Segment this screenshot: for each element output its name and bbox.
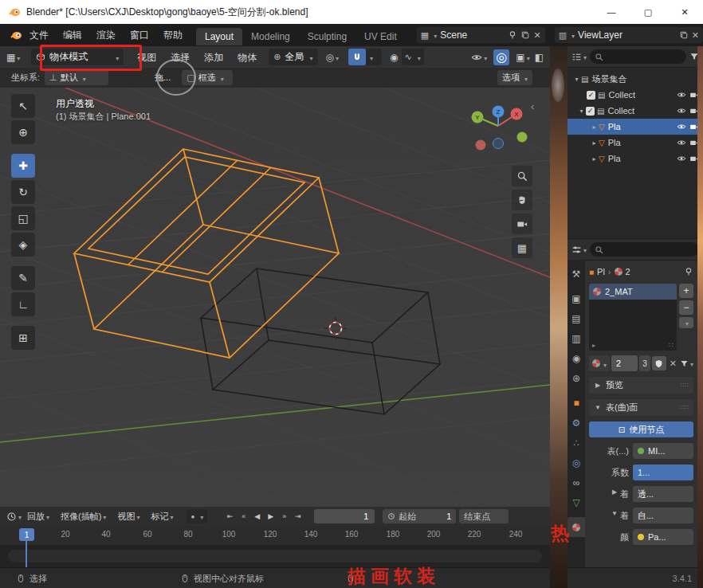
- tab-world[interactable]: ⊛: [568, 368, 585, 388]
- proportional-edit-toggle[interactable]: ◉: [390, 52, 398, 63]
- auto-key-toggle[interactable]: ●: [187, 509, 207, 523]
- orientation-dropdown[interactable]: ⊕ 全局: [269, 49, 317, 65]
- editor-type-icon[interactable]: [6, 511, 22, 522]
- workspace-tab-modeling[interactable]: Modeling: [242, 28, 299, 45]
- remove-slot-button[interactable]: −: [679, 300, 693, 315]
- frame-end-field[interactable]: 结束点: [459, 509, 509, 523]
- collection-checkbox[interactable]: [587, 91, 595, 100]
- playhead[interactable]: 1: [19, 528, 34, 541]
- current-frame-field[interactable]: 1: [314, 509, 375, 523]
- menu-help[interactable]: 帮助: [156, 24, 190, 46]
- tab-tool[interactable]: ⚒: [568, 264, 585, 284]
- workspace-tab-layout[interactable]: Layout: [196, 28, 242, 45]
- close-button[interactable]: ✕: [666, 0, 703, 24]
- color-value-dropdown[interactable]: Pa...: [633, 529, 693, 545]
- tab-view-layer[interactable]: ▥: [568, 328, 585, 348]
- tool-annotate[interactable]: ✎: [11, 266, 35, 290]
- use-nodes-button[interactable]: ⊡ 使用节点: [589, 421, 693, 437]
- expand-icon[interactable]: ▶: [611, 488, 619, 500]
- filter-icon[interactable]: [680, 358, 693, 369]
- editor-type-icon[interactable]: ▦: [6, 52, 20, 63]
- minimize-button[interactable]: —: [593, 0, 630, 24]
- timeline-channels[interactable]: [0, 545, 550, 567]
- pivot-dropdown[interactable]: ◎: [326, 52, 340, 63]
- tab-output[interactable]: ▤: [568, 308, 585, 328]
- unlink-icon[interactable]: ✕: [692, 30, 699, 41]
- tool-move[interactable]: ✚: [11, 154, 35, 178]
- copy-icon[interactable]: [679, 30, 689, 40]
- jump-end-button[interactable]: ⇥: [291, 510, 304, 523]
- outliner-row-collection[interactable]: ▾ ▤ Collect: [568, 103, 703, 119]
- material-slot-active[interactable]: 2_MAT: [589, 284, 677, 300]
- tab-particles[interactable]: ∴: [568, 433, 585, 453]
- menu-marker[interactable]: 标记: [145, 511, 179, 523]
- workspace-tab-sculpting[interactable]: Sculpting: [299, 28, 355, 45]
- add-slot-button[interactable]: +: [679, 284, 693, 298]
- options-dropdown[interactable]: 选项: [497, 70, 532, 85]
- playhead-line[interactable]: [26, 541, 27, 567]
- wireframe-selected-object[interactable]: [74, 149, 339, 358]
- fake-user-toggle[interactable]: [652, 356, 666, 370]
- expand-icon[interactable]: ▸: [590, 155, 599, 163]
- navigation-gizmo[interactable]: Z X Y: [466, 100, 534, 157]
- shader-value-dropdown[interactable]: 透...: [633, 486, 693, 502]
- play-reverse-button[interactable]: ◀: [250, 510, 264, 523]
- gizmo-neg-y-ball[interactable]: [517, 132, 528, 143]
- camera-view-button[interactable]: [512, 214, 532, 234]
- hide-eye-icon[interactable]: [677, 138, 686, 147]
- falloff-dropdown[interactable]: ∿: [402, 49, 424, 65]
- tab-scene[interactable]: ◉: [568, 348, 585, 368]
- menu-window[interactable]: 窗口: [123, 24, 156, 46]
- editor-type-icon[interactable]: [571, 244, 587, 255]
- pin-icon[interactable]: [684, 267, 693, 276]
- copy-icon[interactable]: [520, 30, 530, 40]
- expand-icon[interactable]: [592, 342, 595, 349]
- menu-edit[interactable]: 编辑: [56, 24, 89, 46]
- menu-object[interactable]: 物体: [230, 46, 264, 69]
- editor-type-icon[interactable]: [571, 51, 587, 62]
- viewlayer-selector[interactable]: ▥ ViewLayer ✕: [555, 27, 703, 43]
- collapse-chevron-icon[interactable]: [531, 99, 534, 113]
- menu-view[interactable]: 视图: [112, 511, 145, 523]
- tab-constraints[interactable]: ∞: [568, 472, 585, 492]
- material-name-field[interactable]: 2: [611, 355, 638, 371]
- hide-eye-icon[interactable]: [677, 122, 686, 131]
- expand-icon[interactable]: ▼: [611, 510, 619, 522]
- outliner-row-plane[interactable]: ▸ ▽ Pla: [568, 151, 703, 167]
- factor-slider[interactable]: 1...: [633, 465, 693, 480]
- panel-surface[interactable]: ▼ 表(曲)面: [589, 399, 693, 416]
- hide-eye-icon[interactable]: [677, 90, 686, 100]
- menu-keying[interactable]: 抠像(插帧): [55, 511, 112, 523]
- expand-icon[interactable]: ▾: [572, 76, 581, 83]
- outliner-row-plane-selected[interactable]: ▸ ▽ Pla: [568, 119, 703, 135]
- next-keyframe-button[interactable]: »: [277, 510, 291, 523]
- tool-transform[interactable]: ◈: [11, 233, 35, 257]
- expand-icon[interactable]: ▸: [590, 139, 599, 147]
- panel-preview[interactable]: ▶ 预览: [589, 377, 693, 394]
- viewport-3d[interactable]: 用户透视 (1) 场景集合 | Plane.001 ↖ ⊕ ✚ ↻ ◱ ◈ ✎ …: [0, 88, 550, 507]
- gizmos-toggle[interactable]: ◎: [493, 49, 509, 65]
- xray-toggle[interactable]: ◧: [535, 52, 544, 63]
- visibility-dropdown[interactable]: [471, 52, 487, 63]
- outliner-search-input[interactable]: [590, 49, 686, 64]
- jump-start-button[interactable]: ⇤: [223, 510, 237, 523]
- gizmo-neg-x-ball[interactable]: [476, 140, 486, 151]
- tool-rotate[interactable]: ↻: [11, 180, 35, 204]
- slot-specials-button[interactable]: [679, 317, 693, 328]
- tool-scale[interactable]: ◱: [11, 206, 35, 230]
- zoom-button[interactable]: [512, 166, 532, 186]
- gizmo-neg-z-ball[interactable]: [493, 139, 504, 149]
- unlink-icon[interactable]: ✕: [668, 359, 678, 369]
- expand-icon[interactable]: ▾: [577, 108, 586, 115]
- outliner-row-scene-collection[interactable]: ▾ ▤ 场景集合: [568, 71, 703, 87]
- ortho-toggle-button[interactable]: ▦: [512, 237, 532, 258]
- pin-icon[interactable]: [508, 30, 517, 40]
- scene-selector[interactable]: ▦ Scene ✕: [417, 27, 545, 43]
- tab-render[interactable]: ▣: [568, 288, 585, 308]
- scene-browse-icon[interactable]: ▦: [421, 30, 429, 41]
- menu-add[interactable]: 添加: [197, 46, 230, 69]
- tab-object[interactable]: ■: [568, 393, 585, 413]
- tool-add-cube[interactable]: ⊞: [11, 326, 35, 350]
- coord-dropdown[interactable]: ⊥ 默认: [45, 70, 108, 85]
- menu-render[interactable]: 渲染: [89, 24, 123, 46]
